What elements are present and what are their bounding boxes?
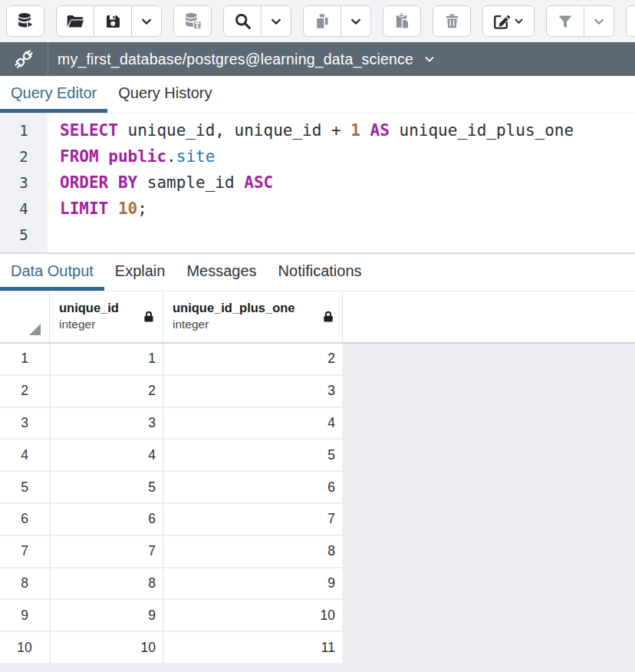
sql-line: FROM public.site <box>60 143 635 170</box>
sql-token: LIMIT <box>60 199 108 218</box>
folder-open-icon <box>65 12 85 31</box>
sql-line: ORDER BY sample_id ASC <box>60 170 635 196</box>
column-type: integer <box>173 316 319 332</box>
data-cell[interactable]: 4 <box>51 440 163 470</box>
line-number: 3 <box>0 170 48 196</box>
edit-menu-button[interactable] <box>483 6 534 36</box>
search-icon <box>233 12 252 31</box>
toolbar-group <box>383 5 421 37</box>
database-play-icon <box>16 12 35 31</box>
table-row: 445 <box>0 440 635 470</box>
data-cell[interactable]: 7 <box>164 504 342 535</box>
sql-token: site <box>176 147 216 166</box>
save-icon <box>104 12 122 31</box>
data-cell[interactable]: 5 <box>51 472 163 502</box>
row-number-cell[interactable]: 10 <box>0 632 49 663</box>
data-cell[interactable]: 10 <box>51 632 163 663</box>
data-cell[interactable]: 9 <box>51 600 163 631</box>
column-name: unique_id <box>59 299 140 316</box>
sql-token: public <box>108 147 166 166</box>
row-number-cell[interactable]: 9 <box>0 600 49 631</box>
sql-token <box>108 173 118 192</box>
copy-options-chevron[interactable] <box>341 6 370 36</box>
sql-token: unique_id, unique_id + <box>118 121 350 140</box>
row-number-cell[interactable]: 4 <box>0 440 49 470</box>
toolbar-group <box>482 5 535 37</box>
column-name: unique_id_plus_one <box>173 299 319 316</box>
open-file-button[interactable] <box>57 6 94 36</box>
data-cell[interactable]: 5 <box>164 440 342 470</box>
clipped-button[interactable] <box>627 6 635 36</box>
table-row: 667 <box>0 504 635 535</box>
row-number-cell[interactable]: 8 <box>0 568 49 599</box>
save-options-chevron[interactable] <box>131 6 161 36</box>
tab-query-history[interactable]: Query History <box>107 84 222 113</box>
data-cell[interactable]: 8 <box>164 536 342 567</box>
save-file-button[interactable] <box>94 6 131 36</box>
data-cell[interactable]: 2 <box>51 376 163 407</box>
data-cell[interactable]: 7 <box>51 536 163 567</box>
filter-options-chevron <box>584 6 614 36</box>
data-cell[interactable]: 8 <box>51 568 163 599</box>
tab-data-output[interactable]: Data Output <box>0 262 104 291</box>
sql-token: FROM <box>60 147 99 166</box>
table-row: 334 <box>0 408 635 439</box>
sql-token <box>108 199 118 218</box>
connection-selector[interactable]: my_first_database/postgres@learning_data… <box>48 42 436 76</box>
sql-code-area[interactable]: SELECT unique_id, unique_id + 1 AS uniqu… <box>48 114 635 252</box>
sql-token: sample_id <box>137 173 244 192</box>
connection-label: my_first_database/postgres@learning_data… <box>58 51 413 68</box>
data-output-grid: unique_idintegerunique_id_plus_oneintege… <box>0 292 635 672</box>
row-number-cell[interactable]: 2 <box>0 376 49 407</box>
grid-header-row: unique_idintegerunique_id_plus_oneintege… <box>0 292 635 344</box>
toolbar-group <box>6 5 44 37</box>
column-header-unique_id_plus_one[interactable]: unique_id_plus_oneinteger <box>163 292 343 342</box>
data-cell[interactable]: 1 <box>51 344 163 374</box>
column-header-unique_id[interactable]: unique_idinteger <box>50 292 163 342</box>
select-all-corner-cell[interactable] <box>0 292 50 342</box>
chevron-down-icon <box>268 14 284 29</box>
toolbar-group <box>433 5 471 37</box>
tab-messages[interactable]: Messages <box>176 262 267 291</box>
sql-editor[interactable]: 12345 SELECT unique_id, unique_id + 1 AS… <box>0 114 635 254</box>
data-cell[interactable]: 10 <box>164 600 342 631</box>
chevron-down-icon <box>139 14 154 29</box>
data-cell[interactable]: 6 <box>164 472 342 502</box>
find-button[interactable] <box>224 6 261 36</box>
tab-explain[interactable]: Explain <box>104 262 176 291</box>
copy-button <box>304 6 341 36</box>
row-number-cell[interactable]: 5 <box>0 472 49 502</box>
chevron-small-icon <box>513 15 525 27</box>
row-number-cell[interactable]: 1 <box>0 344 49 374</box>
data-cell[interactable]: 2 <box>164 344 342 374</box>
column-type: integer <box>59 316 140 332</box>
row-number-cell[interactable]: 7 <box>0 536 49 567</box>
row-number-cell[interactable]: 6 <box>0 504 49 535</box>
connection-status-icon <box>0 42 48 76</box>
data-cell[interactable]: 3 <box>164 376 342 407</box>
data-cell[interactable]: 9 <box>164 568 342 599</box>
data-cell[interactable]: 6 <box>51 504 163 535</box>
data-cell[interactable]: 4 <box>164 408 342 439</box>
sql-token: AS <box>370 121 390 140</box>
toolbar-group <box>56 5 162 37</box>
data-cell[interactable]: 3 <box>51 408 163 439</box>
lock-icon <box>321 310 335 327</box>
table-row: 889 <box>0 568 635 599</box>
delete-button <box>433 6 470 36</box>
toolbar-group <box>626 5 635 37</box>
data-cell[interactable]: 11 <box>164 632 342 663</box>
copy-icon <box>313 12 331 31</box>
table-row: 556 <box>0 472 635 502</box>
sql-token: SELECT <box>60 121 118 140</box>
toolbar-group <box>223 5 291 37</box>
tab-query-editor[interactable]: Query Editor <box>0 84 107 113</box>
line-number: 5 <box>0 222 48 248</box>
tab-notifications[interactable]: Notifications <box>268 262 373 291</box>
toolbar-group <box>303 5 371 37</box>
query-tool-button[interactable] <box>7 6 44 36</box>
connection-bar: my_first_database/postgres@learning_data… <box>0 42 635 76</box>
row-number-cell[interactable]: 3 <box>0 408 49 439</box>
output-tab-bar: Data OutputExplainMessagesNotifications <box>0 254 635 292</box>
find-options-chevron[interactable] <box>261 6 291 36</box>
